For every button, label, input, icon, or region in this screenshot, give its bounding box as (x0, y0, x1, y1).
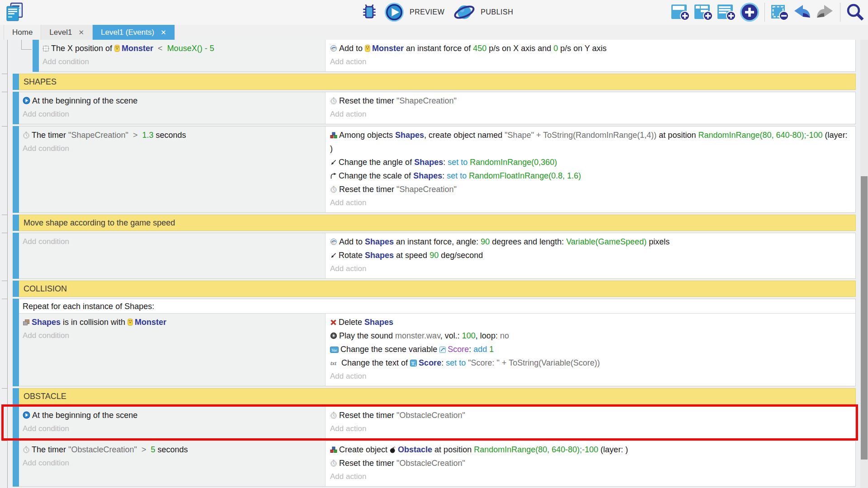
event-row[interactable]: Add conditionAdd to Shapes an instant fo… (13, 233, 856, 279)
condition-line[interactable]: The X position of Monster < MouseX() - 5 (42, 42, 321, 55)
add-condition-link[interactable]: Add condition (23, 235, 321, 249)
add-condition-link[interactable]: Add condition (23, 456, 321, 470)
event-selection-bar[interactable] (13, 92, 19, 124)
action-line[interactable]: Change the angle of Shapes: set to Rando… (330, 155, 851, 169)
add-condition-link[interactable]: Add condition (23, 329, 321, 343)
action-line[interactable]: Play the sound monster.wav, vol.: 100, l… (330, 329, 851, 343)
event-selection-bar[interactable] (33, 40, 39, 72)
condition-line[interactable]: At the beginning of the scene (23, 408, 321, 422)
action-line[interactable]: Create object Obstacle at position Rando… (330, 443, 851, 456)
actions-cell[interactable]: Add to Shapes an instant force, angle: 9… (326, 233, 855, 278)
action-line[interactable]: txtChange the text of TxScore: set to "S… (330, 356, 851, 370)
conditions-cell[interactable]: At the beginning of the sceneAdd conditi… (19, 407, 326, 438)
action-line[interactable]: Reset the timer "ShapeCreation" (330, 183, 851, 196)
event-selection-bar[interactable] (13, 406, 19, 439)
add-condition-link[interactable]: Add condition (42, 55, 321, 69)
event-selection-bar[interactable] (13, 233, 19, 279)
action-line[interactable]: Add to Monster an instant force of 450 p… (330, 42, 851, 55)
action-line[interactable]: Among objects Shapes, create object name… (330, 128, 851, 155)
tab-level1-events[interactable]: Level1 (Events) ✕ (93, 25, 175, 40)
event-cells: Shapes is in collision with MonsterAdd c… (19, 313, 855, 386)
actions-cell[interactable]: Delete ShapesPlay the sound monster.wav,… (326, 314, 855, 386)
condition-line[interactable]: Shapes is in collision with Monster (23, 315, 321, 329)
group-header[interactable]: SHAPES (19, 74, 856, 90)
foreach-header[interactable]: Repeat for each instance of Shapes: (19, 299, 855, 313)
add-condition-link[interactable]: Add condition (23, 422, 321, 436)
text-segment: deg/second (439, 251, 483, 260)
add-action-link[interactable]: Add action (330, 55, 851, 69)
event-row[interactable]: At the beginning of the sceneAdd conditi… (13, 92, 856, 124)
tab-home[interactable]: Home (4, 25, 41, 40)
action-line[interactable]: Reset the timer "ShapeCreation" (330, 94, 851, 108)
event-row[interactable]: The timer "ShapeCreation" > 1.3 secondsA… (13, 126, 856, 213)
add-action-link[interactable]: Add action (330, 108, 851, 121)
action-line[interactable]: Change the scale of Shapes: set to Rando… (330, 169, 851, 183)
event-row[interactable]: The timer "ObstacleCreation" > 5 seconds… (13, 441, 856, 487)
condition-line[interactable]: The timer "ShapeCreation" > 1.3 seconds (23, 128, 321, 142)
add-subevent-icon[interactable] (693, 3, 713, 22)
actions-cell[interactable]: Create object Obstacle at position Rando… (326, 441, 855, 486)
scene-variable-icon (439, 347, 446, 353)
conditions-cell[interactable]: The timer "ObstacleCreation" > 5 seconds… (19, 441, 326, 486)
add-action-link[interactable]: Add action (330, 262, 851, 276)
event-selection-bar[interactable] (13, 281, 19, 297)
add-comment-icon[interactable] (717, 3, 736, 22)
event-selection-bar[interactable] (13, 74, 19, 90)
action-line[interactable]: Reset the timer "ObstacleCreation" (330, 408, 851, 422)
group-header[interactable]: Move shape according to the game speed (19, 215, 856, 231)
action-line[interactable]: Reset the timer "ObstacleCreation" (330, 456, 851, 470)
add-condition-link[interactable]: Add condition (23, 108, 321, 121)
group-header[interactable]: OBSTACLE (19, 388, 856, 404)
action-line[interactable]: Delete Shapes (330, 315, 851, 329)
redo-icon[interactable] (815, 3, 835, 21)
actions-cell[interactable]: Among objects Shapes, create object name… (326, 127, 855, 212)
add-event-icon[interactable] (670, 3, 690, 22)
app-logo-icon[interactable] (5, 2, 24, 24)
action-line[interactable]: Add to Shapes an instant force, angle: 9… (330, 235, 851, 249)
actions-cell[interactable]: Reset the timer "ShapeCreation"Add actio… (326, 92, 855, 124)
actions-cell[interactable]: Reset the timer "ObstacleCreation"Add ac… (326, 407, 855, 438)
action-line[interactable]: Rotate Shapes at speed 90 deg/second (330, 249, 851, 262)
tab-level1[interactable]: Level1 ✕ (41, 25, 93, 40)
add-action-link[interactable]: Add action (330, 422, 851, 436)
event-selection-bar[interactable] (13, 215, 19, 231)
conditions-cell[interactable]: The X position of Monster < MouseX() - 5… (39, 40, 326, 71)
vertical-scrollbar[interactable] (860, 40, 868, 488)
action-line[interactable]: VarChange the scene variable Score: add … (330, 343, 851, 356)
undo-icon[interactable] (792, 3, 812, 21)
event-selection-bar[interactable] (13, 126, 19, 213)
tree-branch-tick (2, 299, 7, 299)
debug-icon[interactable] (360, 3, 379, 22)
condition-line[interactable]: The timer "ObstacleCreation" > 5 seconds (23, 443, 321, 456)
publish-label[interactable]: PUBLISH (481, 8, 513, 16)
conditions-cell[interactable]: Shapes is in collision with MonsterAdd c… (19, 314, 326, 386)
add-circle-icon[interactable] (740, 2, 760, 22)
conditions-cell[interactable]: The timer "ShapeCreation" > 1.3 secondsA… (19, 127, 326, 212)
close-icon[interactable]: ✕ (78, 28, 84, 37)
preview-label[interactable]: PREVIEW (410, 8, 444, 16)
event-cells: At the beginning of the sceneAdd conditi… (19, 407, 855, 438)
delete-selection-icon[interactable] (770, 3, 789, 22)
event-row[interactable]: At the beginning of the sceneAdd conditi… (13, 406, 856, 439)
preview-play-icon[interactable] (384, 2, 404, 22)
actions-cell[interactable]: Add to Monster an instant force of 450 p… (326, 40, 855, 71)
group-header[interactable]: COLLISION (19, 281, 856, 297)
search-icon[interactable] (845, 3, 864, 22)
event-selection-bar[interactable] (13, 299, 19, 386)
conditions-cell[interactable]: At the beginning of the sceneAdd conditi… (19, 92, 326, 124)
condition-line[interactable]: At the beginning of the scene (23, 94, 321, 108)
text-segment: 0 (553, 44, 558, 53)
event-row[interactable]: Repeat for each instance of Shapes:Shape… (13, 299, 856, 386)
event-selection-bar[interactable] (13, 388, 19, 404)
add-action-link[interactable]: Add action (330, 196, 851, 210)
add-action-link[interactable]: Add action (330, 370, 851, 383)
close-icon[interactable]: ✕ (160, 28, 166, 37)
scrollbar-thumb[interactable] (861, 176, 868, 460)
add-action-link[interactable]: Add action (330, 470, 851, 483)
conditions-cell[interactable]: Add condition (19, 233, 326, 278)
event-row[interactable]: The X position of Monster < MouseX() - 5… (33, 40, 856, 72)
publish-globe-icon[interactable] (453, 2, 475, 22)
event-selection-bar[interactable] (13, 441, 19, 487)
add-condition-link[interactable]: Add condition (23, 142, 321, 155)
text-segment: , create object named (424, 131, 505, 140)
